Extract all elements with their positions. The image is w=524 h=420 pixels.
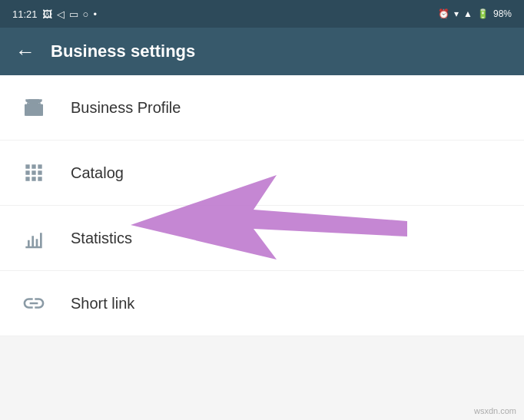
catalog-label: Catalog [71,164,124,182]
message-icon: ▭ [69,8,78,20]
link-icon [18,288,49,319]
wifi-icon: ▾ [454,8,459,19]
status-bar-left: 11:21 🖼 ◁ ▭ ○ • [12,8,97,20]
chart-icon [18,223,49,253]
business-profile-label: Business Profile [71,99,181,117]
battery-percent: 98% [493,8,512,19]
back-button[interactable]: ← [15,40,35,64]
page-title: Business settings [51,41,195,61]
location-icon: ◁ [57,8,65,20]
grid-icon [18,157,49,188]
menu-item-short-link[interactable]: Short link [0,271,524,336]
menu-item-statistics[interactable]: Statistics [0,206,524,271]
status-bar-right: ⏰ ▾ ▲ 🔋 98% [438,8,512,19]
time-display: 11:21 [12,8,38,20]
alarm-icon: ⏰ [438,8,449,19]
app-bar: ← Business settings [0,28,524,75]
image-icon: 🖼 [42,8,52,20]
status-bar: 11:21 🖼 ◁ ▭ ○ • ⏰ ▾ ▲ 🔋 98% [0,0,524,28]
dot-icon: • [93,8,97,20]
content-area: Business Profile Catalog Statistics Shor… [0,75,524,336]
battery-icon: 🔋 [477,8,489,19]
menu-item-business-profile[interactable]: Business Profile [0,75,524,141]
statistics-label: Statistics [71,230,132,247]
store-icon [18,92,49,123]
signal-icon: ▲ [463,8,473,19]
short-link-label: Short link [71,295,134,313]
network-icon: ○ [83,8,89,20]
menu-item-catalog[interactable]: Catalog [0,141,524,206]
watermark: wsxdn.com [474,406,516,415]
